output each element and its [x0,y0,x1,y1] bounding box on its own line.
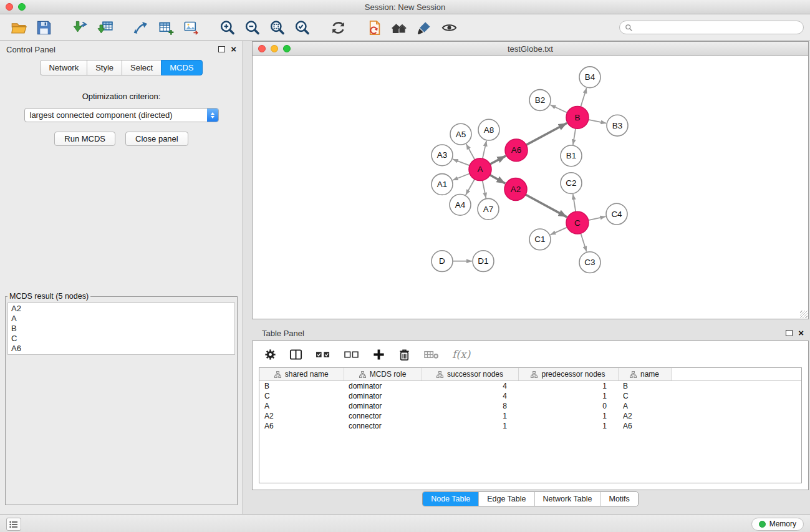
graph-edge-A2-C[interactable] [526,195,567,217]
remove-table-button[interactable] [423,348,440,361]
window-titlebar[interactable]: Session: New Session [0,0,810,14]
table-row[interactable]: Adominator80A [259,401,801,411]
new-network-button[interactable] [128,16,153,39]
optimization-criterion-select[interactable]: largest connected component (directed) [24,108,219,122]
tab-style[interactable]: Style [87,60,122,75]
zoom-fit-button[interactable] [264,16,289,39]
graph-edge-A-A3[interactable] [453,159,470,165]
zoom-selected-button[interactable] [289,16,314,39]
column-header-shared-name[interactable]: shared name [259,368,344,381]
column-header-name[interactable]: name [618,368,671,381]
table-cell[interactable]: connector [344,421,422,431]
graph-edge-B-B1[interactable] [573,128,576,145]
column-header-predecessor-nodes[interactable]: predecessor nodes [518,368,618,381]
graph-node-A3[interactable]: A3 [432,145,453,166]
table-cell[interactable]: A2 [259,411,344,421]
table-cell[interactable]: A6 [259,421,344,431]
table-row[interactable]: A6connector11A6 [259,421,801,431]
graph-node-B4[interactable]: B4 [579,67,600,88]
table-cell[interactable]: connector [344,411,422,421]
table-cell[interactable]: C [259,391,344,401]
memory-button[interactable]: Memory [751,518,804,531]
tab-mcds[interactable]: MCDS [161,60,202,75]
graph-node-C1[interactable]: C1 [529,229,551,250]
graph-node-B1[interactable]: B1 [561,145,582,167]
graph-edge-A-A2[interactable] [490,175,506,183]
graph-edge-A-A1[interactable] [453,173,470,180]
mcds-result-item[interactable]: A [11,314,231,324]
graph-edge-A-A8[interactable] [483,141,486,159]
graph-node-A2[interactable]: A2 [504,178,527,201]
graph-edge-B-B4[interactable] [581,88,586,107]
graph-edge-C-C1[interactable] [550,227,567,235]
network-canvas[interactable]: B4B2BB3A5A8A6A3B1AC2A1A2A4A7C4CC1C3DD1 [253,56,808,319]
import-table-button[interactable] [92,16,117,39]
table-cell[interactable]: A [618,401,671,411]
graph-edge-C-C2[interactable] [573,194,576,211]
table-cell[interactable]: dominator [344,391,422,401]
table-cell[interactable]: B [259,381,344,392]
table-cell[interactable]: A6 [618,421,671,431]
mcds-result-item[interactable]: C [11,334,231,344]
table-row[interactable]: Bdominator41B [259,381,801,392]
table-settings-button[interactable] [264,348,277,361]
table-cell[interactable]: 1 [422,421,518,431]
graph-edge-A-A4[interactable] [466,179,475,195]
table-cell[interactable]: C [618,391,671,401]
import-network-button[interactable] [67,16,92,39]
graph-edge-B-B2[interactable] [550,105,567,113]
open-document-button[interactable] [362,16,387,39]
style-brush-button[interactable] [412,16,436,39]
table-tab-edge-table[interactable]: Edge Table [479,492,534,506]
graph-node-D[interactable]: D [432,251,453,272]
graph-node-B3[interactable]: B3 [607,115,628,136]
graph-node-A5[interactable]: A5 [450,123,471,145]
close-panel-button[interactable]: × [231,46,236,53]
resize-handle[interactable] [800,311,808,318]
graph-node-A[interactable]: A [469,158,491,181]
save-session-button[interactable] [31,16,56,39]
table-tab-node-table[interactable]: Node Table [423,492,479,506]
deselect-all-button[interactable] [344,348,360,361]
close-table-panel-button[interactable]: × [798,329,804,337]
column-header-successor-nodes[interactable]: successor nodes [422,368,518,381]
graph-edge-C-C4[interactable] [589,216,606,220]
mcds-result-item[interactable]: A6 [11,344,231,354]
search-box[interactable] [619,21,804,34]
create-column-button[interactable] [372,348,385,361]
graph-node-B[interactable]: B [566,106,589,128]
table-cell[interactable]: 0 [518,401,618,411]
table-cell[interactable]: 4 [422,391,518,401]
table-cell[interactable]: 4 [422,381,518,392]
graph-edge-A6-B[interactable] [526,123,567,145]
table-cell[interactable]: dominator [344,401,422,411]
graph-node-D1[interactable]: D1 [473,251,494,272]
table-cell[interactable]: A2 [618,411,671,421]
close-panel-button-secondary[interactable]: Close panel [125,132,188,146]
zoom-in-button[interactable] [215,16,239,39]
new-table-button[interactable] [153,16,178,39]
graph-edge-B-B3[interactable] [589,120,607,123]
float-table-panel-button[interactable] [786,330,793,336]
table-cell[interactable]: A [259,401,344,411]
table-cell[interactable]: 1 [518,411,618,421]
graph-node-A4[interactable]: A4 [450,194,471,215]
graph-edge-A-A6[interactable] [490,156,506,164]
table-tab-motifs[interactable]: Motifs [600,492,637,506]
table-row[interactable]: A2connector11A2 [259,411,801,421]
table-cell[interactable]: 1 [518,391,618,401]
mcds-result-list[interactable]: A2ABCA6 [7,302,235,355]
graph-node-C3[interactable]: C3 [579,252,600,273]
table-tab-network-table[interactable]: Network Table [535,492,601,506]
table-cell[interactable]: 1 [518,421,618,431]
refresh-button[interactable] [325,16,350,39]
function-builder-button[interactable]: f(x) [452,348,470,360]
float-panel-button[interactable] [218,46,225,52]
table-row[interactable]: Cdominator41C [259,391,801,401]
tab-select[interactable]: Select [122,60,162,75]
graph-node-B2[interactable]: B2 [529,90,551,111]
table-cell[interactable]: 1 [518,381,618,392]
task-history-button[interactable] [6,518,21,531]
mcds-result-item[interactable]: B [11,324,231,334]
select-all-button[interactable] [315,348,331,361]
